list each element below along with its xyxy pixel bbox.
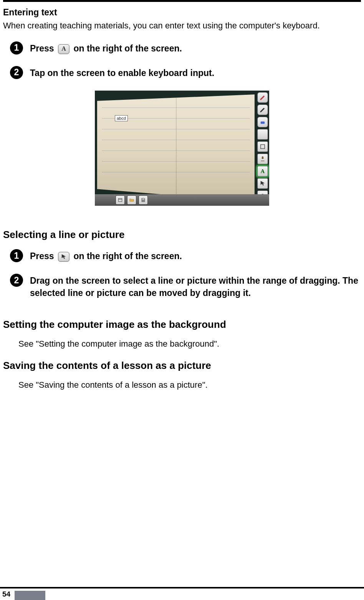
ruled-line bbox=[102, 107, 250, 108]
cursor-icon[interactable] bbox=[257, 178, 268, 189]
notebook-background: abcd bbox=[97, 94, 255, 202]
svg-rect-1 bbox=[261, 145, 265, 149]
text-A-icon[interactable]: A bbox=[257, 166, 268, 177]
section3-sub: See "Setting the computer image as the b… bbox=[18, 339, 361, 349]
step-post: on the right of the screen. bbox=[73, 43, 182, 53]
cursor-icon bbox=[60, 253, 67, 260]
section2-step1: 1 Press on the right of the screen. bbox=[10, 249, 361, 262]
footer-tab bbox=[15, 591, 45, 600]
app-screenshot: abcd A bbox=[95, 91, 269, 206]
top-rule bbox=[3, 0, 361, 2]
stamp-icon[interactable] bbox=[257, 154, 268, 164]
step-badge: 1 bbox=[10, 249, 23, 262]
section1-step2: 2 Tap on the screen to enable keyboard i… bbox=[10, 66, 361, 79]
step-text: Press A on the right of the screen. bbox=[30, 42, 182, 55]
svg-rect-5 bbox=[142, 198, 144, 200]
text-input-overlay[interactable]: abcd bbox=[115, 115, 128, 121]
ruled-line bbox=[102, 129, 250, 129]
section1-step1: 1 Press A on the right of the screen. bbox=[10, 41, 361, 55]
footer-rule bbox=[0, 587, 364, 588]
shape-icon[interactable] bbox=[257, 141, 268, 152]
step-badge: 1 bbox=[10, 41, 23, 55]
svg-rect-3 bbox=[118, 198, 122, 202]
section4-title: Saving the contents of a lesson as a pic… bbox=[3, 360, 361, 372]
page-footer: 54 bbox=[0, 587, 364, 600]
ruled-line bbox=[102, 172, 250, 172]
text-A-chip: A bbox=[58, 44, 69, 54]
save-icon[interactable] bbox=[139, 195, 148, 205]
manual-page: Entering text When creating teaching mat… bbox=[0, 0, 364, 600]
right-toolbar: A ? bbox=[257, 91, 268, 205]
step-badge: 2 bbox=[10, 274, 23, 287]
screenshot-figure: abcd A bbox=[3, 91, 361, 206]
pen-red-icon[interactable] bbox=[257, 92, 268, 103]
blank-icon[interactable] bbox=[257, 129, 268, 140]
step-text: Drag on the screen to select a line or p… bbox=[30, 274, 361, 299]
step-text: Press on the right of the screen. bbox=[30, 250, 182, 262]
section2-title: Selecting a line or picture bbox=[3, 229, 361, 241]
pen-black-icon[interactable] bbox=[257, 104, 268, 115]
taskbar bbox=[95, 194, 269, 206]
step-text: Tap on the screen to enable keyboard inp… bbox=[30, 67, 214, 79]
ruled-line bbox=[102, 150, 250, 151]
step-pre: Press bbox=[30, 43, 54, 53]
section1-intro: When creating teaching materials, you ca… bbox=[3, 20, 361, 31]
eraser-icon[interactable] bbox=[257, 117, 268, 127]
step-pre: Press bbox=[30, 251, 54, 261]
step-badge: 2 bbox=[10, 66, 23, 79]
cursor-chip bbox=[58, 252, 69, 262]
notebook-spine bbox=[176, 94, 177, 202]
section3-title: Setting the computer image as the backgr… bbox=[3, 319, 361, 331]
ruled-line bbox=[102, 140, 250, 140]
section1-title: Entering text bbox=[3, 7, 361, 18]
chip-letter: A bbox=[61, 45, 66, 53]
ruled-line bbox=[102, 161, 250, 162]
step-post: on the right of the screen. bbox=[73, 251, 182, 261]
window-icon[interactable] bbox=[116, 195, 125, 205]
svg-rect-0 bbox=[261, 122, 265, 124]
page-number: 54 bbox=[2, 590, 10, 598]
folder-icon[interactable] bbox=[127, 195, 136, 205]
section2-step2: 2 Drag on the screen to select a line or… bbox=[10, 274, 361, 299]
section4-sub: See "Saving the contents of a lesson as … bbox=[18, 380, 361, 390]
